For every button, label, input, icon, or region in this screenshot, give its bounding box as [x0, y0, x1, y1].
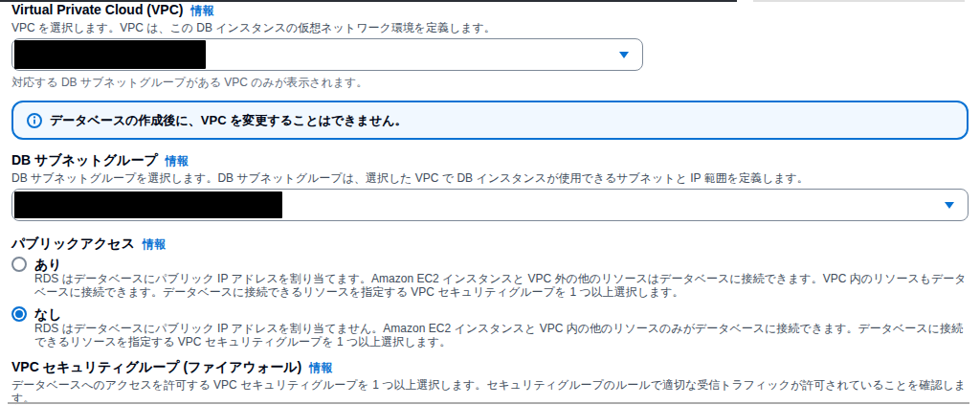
crop-artifact-bottom-line: [8, 402, 969, 404]
subnet-info-link[interactable]: 情報: [166, 154, 189, 168]
vpc-title-text: Virtual Private Cloud (VPC): [11, 3, 183, 16]
vpc-info-link[interactable]: 情報: [190, 4, 213, 17]
public-access-info-link[interactable]: 情報: [143, 237, 166, 251]
security-group-info-link[interactable]: 情報: [309, 361, 332, 374]
security-group-description: データベースへのアクセスを許可する VPC セキュリティグループを 1 つ以上選…: [11, 378, 969, 405]
public-access-title: パブリックアクセス 情報: [11, 236, 969, 251]
radio-selected-icon[interactable]: [11, 306, 27, 322]
info-circle-icon: [27, 113, 42, 128]
crop-artifact-gray-line: [753, 0, 965, 2]
chevron-down-icon: [945, 202, 954, 209]
vpc-section-title: Virtual Private Cloud (VPC) 情報: [11, 3, 969, 17]
vpc-select[interactable]: [11, 38, 643, 71]
vpc-select-value-redacted: [14, 40, 206, 69]
public-access-section: パブリックアクセス 情報 あり RDS はデータベースにパブリック IP アドレ…: [11, 236, 969, 349]
subnet-description: DB サブネットグループを選択します。DB サブネットグループは、選択した VP…: [11, 171, 969, 185]
subnet-section-title: DB サブネットグループ 情報: [11, 153, 969, 168]
security-group-title-text: VPC セキュリティグループ (ファイアウォール): [11, 360, 301, 373]
security-group-title: VPC セキュリティグループ (ファイアウォール) 情報: [11, 360, 969, 374]
public-access-yes-label: あり: [34, 257, 62, 272]
subnet-title-text: DB サブネットグループ: [11, 153, 158, 167]
vpc-description: VPC を選択します。VPC は、この DB インスタンスの仮想ネットワーク環境…: [11, 21, 969, 34]
public-access-title-text: パブリックアクセス: [11, 236, 135, 250]
subnet-group-select[interactable]: [11, 189, 969, 221]
crop-artifact-dark-line: [0, 0, 737, 2]
vpc-constraint-text: 対応する DB サブネットグループがある VPC のみが表示されます。: [11, 76, 969, 89]
subnet-group-section: DB サブネットグループ 情報 DB サブネットグループを選択します。DB サブ…: [11, 153, 969, 221]
public-access-option-no[interactable]: なし: [11, 306, 969, 322]
alert-text: データベースの作成後に、VPC を変更することはできません。: [50, 112, 408, 129]
rds-connectivity-form: Virtual Private Cloud (VPC) 情報 VPC を選択しま…: [0, 0, 980, 405]
subnet-select-value-redacted: [14, 191, 282, 218]
public-access-no-label: なし: [34, 306, 62, 322]
vpc-section: Virtual Private Cloud (VPC) 情報 VPC を選択しま…: [11, 3, 969, 89]
radio-unselected-icon[interactable]: [11, 257, 27, 272]
public-access-option-yes[interactable]: あり: [11, 257, 969, 272]
security-group-section: VPC セキュリティグループ (ファイアウォール) 情報 データベースへのアクセ…: [11, 360, 969, 405]
chevron-down-icon: [619, 52, 629, 58]
vpc-change-info-alert: データベースの作成後に、VPC を変更することはできません。: [11, 101, 969, 140]
public-access-yes-description: RDS はデータベースにパブリック IP アドレスを割り当てます。Amazon …: [34, 273, 969, 299]
public-access-no-description: RDS はデータベースにパブリック IP アドレスを割り当てません。Amazon…: [34, 323, 969, 349]
